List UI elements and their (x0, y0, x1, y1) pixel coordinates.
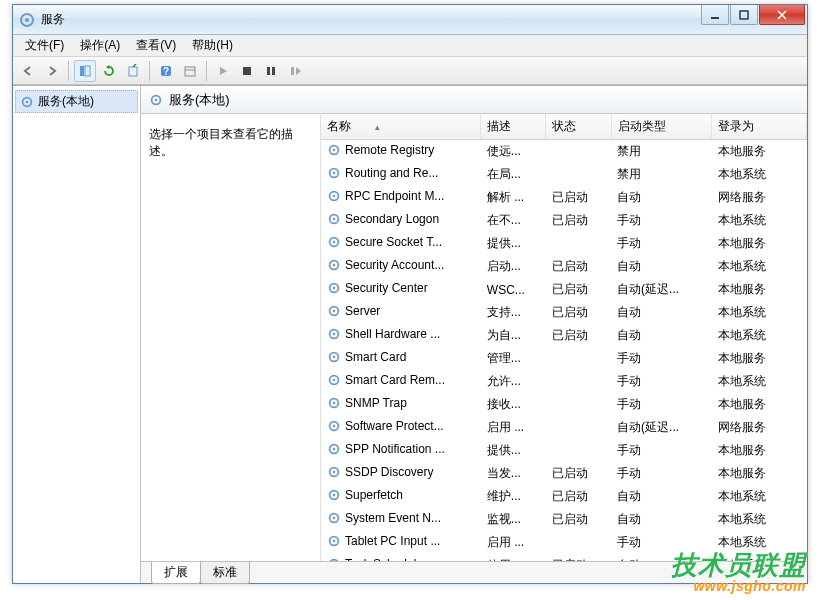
table-row[interactable]: System Event N...监视...已启动自动本地系统 (321, 508, 807, 531)
cell-startup: 自动 (611, 186, 712, 209)
show-hide-tree-button[interactable] (74, 60, 96, 82)
table-row[interactable]: Security CenterWSC...已启动自动(延迟...本地服务 (321, 278, 807, 301)
svg-rect-6 (129, 67, 137, 76)
titlebar[interactable]: 服务 (13, 5, 807, 35)
cell-logon: 本地系统 (712, 163, 807, 186)
table-row[interactable]: SSDP Discovery当发...已启动手动本地服务 (321, 462, 807, 485)
cell-startup: 手动 (611, 209, 712, 232)
pane-header: 服务(本地) (141, 86, 807, 114)
table-row[interactable]: RPC Endpoint M...解析 ...已启动自动网络服务 (321, 186, 807, 209)
table-row[interactable]: Server支持...已启动自动本地系统 (321, 301, 807, 324)
col-status[interactable]: 状态 (546, 114, 611, 140)
cell-desc: 当发... (481, 462, 546, 485)
cell-logon: 本地系统 (712, 370, 807, 393)
table-row[interactable]: Remote Registry使远...禁用本地服务 (321, 140, 807, 164)
restart-service-button[interactable] (284, 60, 306, 82)
cell-logon: 本地系统 (712, 301, 807, 324)
menu-file[interactable]: 文件(F) (17, 35, 72, 56)
table-row[interactable]: Superfetch维护...已启动自动本地系统 (321, 485, 807, 508)
cell-desc: 为自... (481, 324, 546, 347)
gear-icon (327, 534, 341, 548)
table-row[interactable]: Shell Hardware ...为自...已启动自动本地系统 (321, 324, 807, 347)
cell-desc: WSC... (481, 278, 546, 301)
cell-name: Routing and Re... (321, 163, 481, 183)
table-row[interactable]: SNMP Trap接收...手动本地服务 (321, 393, 807, 416)
svg-point-32 (333, 287, 336, 290)
minimize-button[interactable] (701, 5, 729, 25)
toolbar-separator (206, 61, 207, 81)
gear-icon (327, 396, 341, 410)
cell-status (546, 416, 611, 439)
svg-rect-14 (291, 67, 294, 75)
cell-logon: 本地系统 (712, 531, 807, 554)
menu-action[interactable]: 操作(A) (72, 35, 128, 56)
cell-name: SPP Notification ... (321, 439, 481, 459)
table-row[interactable]: SPP Notification ...提供...手动本地服务 (321, 439, 807, 462)
help-button[interactable]: ? (155, 60, 177, 82)
tree-root-services[interactable]: 服务(本地) (15, 90, 138, 113)
services-table: 名称 描述 状态 启动类型 登录为 Remote Registry使远...禁用… (321, 114, 807, 561)
start-service-button[interactable] (212, 60, 234, 82)
gear-icon (327, 488, 341, 502)
svg-point-54 (333, 540, 336, 543)
gear-icon (327, 212, 341, 226)
svg-point-1 (25, 18, 29, 22)
tab-extended[interactable]: 扩展 (151, 562, 201, 584)
cell-startup: 手动 (611, 370, 712, 393)
cell-startup: 自动 (611, 508, 712, 531)
refresh-button[interactable] (98, 60, 120, 82)
pause-service-button[interactable] (260, 60, 282, 82)
cell-name: Smart Card (321, 347, 481, 367)
close-button[interactable] (759, 5, 805, 25)
cell-status: 已启动 (546, 462, 611, 485)
table-row[interactable]: Tablet PC Input ...启用 ...手动本地系统 (321, 531, 807, 554)
cell-desc: 启动... (481, 255, 546, 278)
table-row[interactable]: Secure Socket T...提供...手动本地服务 (321, 232, 807, 255)
cell-name: Security Account... (321, 255, 481, 275)
properties-button[interactable] (179, 60, 201, 82)
table-row[interactable]: Secondary Logon在不...已启动手动本地系统 (321, 209, 807, 232)
col-startup[interactable]: 启动类型 (611, 114, 712, 140)
svg-point-34 (333, 310, 336, 313)
col-desc[interactable]: 描述 (481, 114, 546, 140)
cell-desc: 使远... (481, 140, 546, 164)
menu-help[interactable]: 帮助(H) (184, 35, 241, 56)
export-list-button[interactable] (122, 60, 144, 82)
nav-back-button[interactable] (17, 60, 39, 82)
table-row[interactable]: Task Scheduler使用...已启动自动本地系统 (321, 554, 807, 561)
cell-startup: 自动 (611, 255, 712, 278)
stop-service-button[interactable] (236, 60, 258, 82)
gear-icon (327, 189, 341, 203)
svg-point-30 (333, 264, 336, 267)
cell-name: RPC Endpoint M... (321, 186, 481, 206)
table-row[interactable]: Routing and Re...在局...禁用本地系统 (321, 163, 807, 186)
cell-logon: 本地系统 (712, 554, 807, 561)
cell-status: 已启动 (546, 301, 611, 324)
gear-icon (327, 258, 341, 272)
cell-status: 已启动 (546, 278, 611, 301)
cell-status: 已启动 (546, 255, 611, 278)
table-row[interactable]: Smart Card Rem...允许...手动本地系统 (321, 370, 807, 393)
svg-point-50 (333, 494, 336, 497)
svg-point-55 (330, 560, 339, 561)
svg-point-20 (333, 149, 336, 152)
service-list[interactable]: 名称 描述 状态 启动类型 登录为 Remote Registry使远...禁用… (321, 114, 807, 561)
table-row[interactable]: Software Protect...启用 ...自动(延迟...网络服务 (321, 416, 807, 439)
cell-status (546, 347, 611, 370)
menu-view[interactable]: 查看(V) (128, 35, 184, 56)
cell-desc: 管理... (481, 347, 546, 370)
table-row[interactable]: Smart Card管理...手动本地服务 (321, 347, 807, 370)
gear-icon (327, 166, 341, 180)
gear-icon (327, 327, 341, 341)
col-name[interactable]: 名称 (321, 114, 481, 140)
svg-rect-2 (711, 17, 719, 19)
col-logon[interactable]: 登录为 (712, 114, 807, 140)
cell-name: Software Protect... (321, 416, 481, 436)
nav-forward-button[interactable] (41, 60, 63, 82)
svg-point-18 (155, 98, 158, 101)
cell-status: 已启动 (546, 554, 611, 561)
maximize-button[interactable] (730, 5, 758, 25)
tab-standard[interactable]: 标准 (200, 562, 250, 584)
table-row[interactable]: Security Account...启动...已启动自动本地系统 (321, 255, 807, 278)
cell-logon: 本地服务 (712, 393, 807, 416)
